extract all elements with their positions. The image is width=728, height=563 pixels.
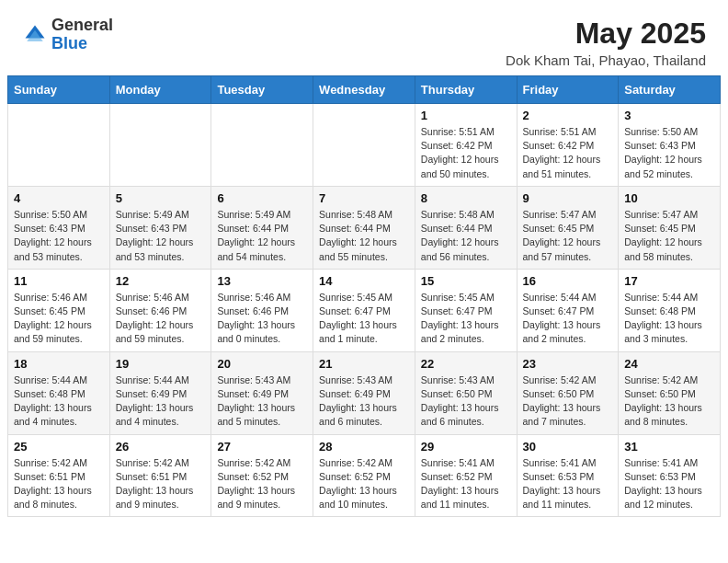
calendar-cell: 2Sunrise: 5:51 AM Sunset: 6:42 PM Daylig… — [517, 104, 619, 187]
day-info: Sunrise: 5:41 AM Sunset: 6:53 PM Dayligh… — [624, 456, 714, 512]
day-number: 19 — [116, 357, 206, 371]
calendar-week-row: 25Sunrise: 5:42 AM Sunset: 6:51 PM Dayli… — [8, 434, 721, 517]
day-number: 6 — [217, 191, 307, 205]
day-number: 12 — [116, 274, 206, 288]
calendar-cell: 3Sunrise: 5:50 AM Sunset: 6:43 PM Daylig… — [619, 104, 721, 187]
calendar-cell: 28Sunrise: 5:42 AM Sunset: 6:52 PM Dayli… — [313, 434, 415, 517]
day-number: 21 — [319, 357, 409, 371]
day-number: 25 — [14, 440, 104, 454]
day-info: Sunrise: 5:42 AM Sunset: 6:50 PM Dayligh… — [523, 373, 613, 430]
day-info: Sunrise: 5:50 AM Sunset: 6:43 PM Dayligh… — [624, 125, 714, 181]
day-of-week-header: Sunday — [8, 76, 110, 104]
day-number: 18 — [14, 357, 104, 371]
day-info: Sunrise: 5:51 AM Sunset: 6:42 PM Dayligh… — [523, 125, 613, 181]
day-number: 7 — [319, 191, 409, 205]
calendar-cell — [8, 104, 110, 187]
logo-general-text: General — [51, 16, 113, 34]
calendar-cell: 7Sunrise: 5:48 AM Sunset: 6:44 PM Daylig… — [313, 186, 415, 269]
calendar-cell: 18Sunrise: 5:44 AM Sunset: 6:48 PM Dayli… — [8, 351, 110, 434]
day-info: Sunrise: 5:48 AM Sunset: 6:44 PM Dayligh… — [319, 208, 409, 264]
day-info: Sunrise: 5:42 AM Sunset: 6:50 PM Dayligh… — [624, 373, 714, 430]
day-info: Sunrise: 5:46 AM Sunset: 6:46 PM Dayligh… — [116, 291, 206, 347]
calendar-cell: 6Sunrise: 5:49 AM Sunset: 6:44 PM Daylig… — [211, 186, 313, 269]
calendar-cell: 1Sunrise: 5:51 AM Sunset: 6:42 PM Daylig… — [415, 104, 517, 187]
day-number: 3 — [624, 109, 714, 122]
day-number: 1 — [421, 109, 511, 122]
calendar-week-row: 18Sunrise: 5:44 AM Sunset: 6:48 PM Dayli… — [8, 351, 721, 434]
day-info: Sunrise: 5:43 AM Sunset: 6:49 PM Dayligh… — [319, 373, 409, 430]
calendar-cell: 5Sunrise: 5:49 AM Sunset: 6:43 PM Daylig… — [109, 186, 211, 269]
calendar-cell: 27Sunrise: 5:42 AM Sunset: 6:52 PM Dayli… — [211, 434, 313, 517]
day-of-week-header: Friday — [517, 76, 619, 104]
day-info: Sunrise: 5:46 AM Sunset: 6:46 PM Dayligh… — [217, 291, 307, 347]
calendar-cell: 31Sunrise: 5:41 AM Sunset: 6:53 PM Dayli… — [619, 434, 721, 517]
day-number: 26 — [116, 440, 206, 454]
day-info: Sunrise: 5:44 AM Sunset: 6:48 PM Dayligh… — [14, 373, 104, 430]
day-info: Sunrise: 5:41 AM Sunset: 6:53 PM Dayligh… — [523, 456, 613, 512]
day-number: 9 — [523, 191, 613, 205]
calendar-cell: 21Sunrise: 5:43 AM Sunset: 6:49 PM Dayli… — [313, 351, 415, 434]
logo-icon — [22, 22, 48, 48]
day-info: Sunrise: 5:42 AM Sunset: 6:52 PM Dayligh… — [217, 456, 307, 512]
day-of-week-header: Monday — [109, 76, 211, 104]
day-info: Sunrise: 5:45 AM Sunset: 6:47 PM Dayligh… — [421, 291, 511, 347]
day-number: 29 — [421, 440, 511, 454]
calendar-cell: 25Sunrise: 5:42 AM Sunset: 6:51 PM Dayli… — [8, 434, 110, 517]
day-of-week-header: Thursday — [415, 76, 517, 104]
header-row: SundayMondayTuesdayWednesdayThursdayFrid… — [8, 76, 721, 104]
day-info: Sunrise: 5:49 AM Sunset: 6:43 PM Dayligh… — [116, 208, 206, 264]
day-info: Sunrise: 5:49 AM Sunset: 6:44 PM Dayligh… — [217, 208, 307, 264]
month-year: May 2025 — [506, 17, 706, 51]
day-info: Sunrise: 5:47 AM Sunset: 6:45 PM Dayligh… — [624, 208, 714, 264]
day-info: Sunrise: 5:50 AM Sunset: 6:43 PM Dayligh… — [14, 208, 104, 264]
calendar-cell: 24Sunrise: 5:42 AM Sunset: 6:50 PM Dayli… — [619, 351, 721, 434]
calendar-cell: 8Sunrise: 5:48 AM Sunset: 6:44 PM Daylig… — [415, 186, 517, 269]
day-info: Sunrise: 5:44 AM Sunset: 6:47 PM Dayligh… — [523, 291, 613, 347]
logo-blue-text: Blue — [51, 34, 87, 52]
day-info: Sunrise: 5:43 AM Sunset: 6:49 PM Dayligh… — [217, 373, 307, 430]
day-number: 22 — [421, 357, 511, 371]
day-info: Sunrise: 5:51 AM Sunset: 6:42 PM Dayligh… — [421, 125, 511, 181]
calendar-cell: 9Sunrise: 5:47 AM Sunset: 6:45 PM Daylig… — [517, 186, 619, 269]
calendar-cell: 26Sunrise: 5:42 AM Sunset: 6:51 PM Dayli… — [109, 434, 211, 517]
calendar-cell: 12Sunrise: 5:46 AM Sunset: 6:46 PM Dayli… — [109, 269, 211, 351]
calendar-cell: 29Sunrise: 5:41 AM Sunset: 6:52 PM Dayli… — [415, 434, 517, 517]
calendar-cell: 22Sunrise: 5:43 AM Sunset: 6:50 PM Dayli… — [415, 351, 517, 434]
location: Dok Kham Tai, Phayao, Thailand — [506, 52, 706, 68]
calendar-cell: 13Sunrise: 5:46 AM Sunset: 6:46 PM Dayli… — [211, 269, 313, 351]
day-number: 14 — [319, 274, 409, 288]
day-info: Sunrise: 5:43 AM Sunset: 6:50 PM Dayligh… — [421, 373, 511, 430]
title-block: May 2025 Dok Kham Tai, Phayao, Thailand — [506, 17, 706, 68]
calendar-cell: 23Sunrise: 5:42 AM Sunset: 6:50 PM Dayli… — [517, 351, 619, 434]
day-number: 11 — [14, 274, 104, 288]
day-number: 5 — [116, 191, 206, 205]
calendar-cell: 14Sunrise: 5:45 AM Sunset: 6:47 PM Dayli… — [313, 269, 415, 351]
day-info: Sunrise: 5:45 AM Sunset: 6:47 PM Dayligh… — [319, 291, 409, 347]
day-of-week-header: Tuesday — [211, 76, 313, 104]
day-info: Sunrise: 5:41 AM Sunset: 6:52 PM Dayligh… — [421, 456, 511, 512]
day-number: 10 — [624, 191, 714, 205]
day-info: Sunrise: 5:42 AM Sunset: 6:51 PM Dayligh… — [116, 456, 206, 512]
calendar-cell: 30Sunrise: 5:41 AM Sunset: 6:53 PM Dayli… — [517, 434, 619, 517]
calendar-cell — [211, 104, 313, 187]
logo: General Blue — [22, 17, 113, 53]
day-info: Sunrise: 5:42 AM Sunset: 6:51 PM Dayligh… — [14, 456, 104, 512]
calendar-cell: 4Sunrise: 5:50 AM Sunset: 6:43 PM Daylig… — [8, 186, 110, 269]
calendar-header: SundayMondayTuesdayWednesdayThursdayFrid… — [8, 76, 721, 104]
calendar-week-row: 4Sunrise: 5:50 AM Sunset: 6:43 PM Daylig… — [8, 186, 721, 269]
day-number: 17 — [624, 274, 714, 288]
day-number: 4 — [14, 191, 104, 205]
calendar-cell: 10Sunrise: 5:47 AM Sunset: 6:45 PM Dayli… — [619, 186, 721, 269]
day-number: 15 — [421, 274, 511, 288]
calendar-cell: 17Sunrise: 5:44 AM Sunset: 6:48 PM Dayli… — [619, 269, 721, 351]
calendar-cell — [109, 104, 211, 187]
day-number: 2 — [523, 109, 613, 122]
calendar-week-row: 1Sunrise: 5:51 AM Sunset: 6:42 PM Daylig… — [8, 104, 721, 187]
day-of-week-header: Wednesday — [313, 76, 415, 104]
calendar-table: SundayMondayTuesdayWednesdayThursdayFrid… — [7, 75, 721, 517]
day-number: 30 — [523, 440, 613, 454]
day-number: 13 — [217, 274, 307, 288]
day-number: 20 — [217, 357, 307, 371]
calendar-week-row: 11Sunrise: 5:46 AM Sunset: 6:45 PM Dayli… — [8, 269, 721, 351]
day-number: 31 — [624, 440, 714, 454]
